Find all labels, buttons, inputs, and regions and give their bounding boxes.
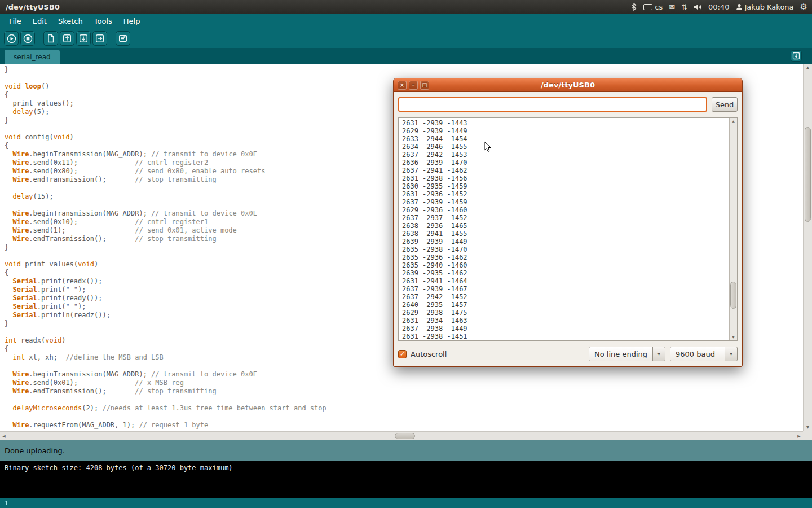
serial-line: 2634 -2946 -1455: [402, 143, 728, 151]
serial-window-body: Send 2631 -2939 -14432629 -2939 -1449263…: [394, 92, 742, 367]
serial-line: 2631 -2934 -1463: [402, 317, 728, 325]
serial-line: 2633 -2944 -1454: [402, 135, 728, 143]
code-line: Wire.endTransmission(); // stop transmit…: [5, 387, 803, 396]
maximize-icon[interactable]: □: [420, 81, 429, 90]
network-transfer-icon[interactable]: ⇅: [681, 3, 687, 11]
serial-line: 2635 -2938 -1470: [402, 246, 728, 253]
menubar: FileEditSketchToolsHelp: [0, 14, 812, 29]
menu-item-help[interactable]: Help: [118, 15, 146, 28]
console-text: Binary sketch size: 4208 bytes (of a 307…: [5, 464, 233, 472]
scroll-down-icon[interactable]: ▼: [804, 423, 812, 431]
serial-monitor-button[interactable]: [116, 31, 130, 46]
code-line: Wire.requestFrom(MAG_ADDR, 1); // reques…: [5, 421, 803, 430]
serial-line: 2637 -2939 -1467: [402, 285, 728, 293]
serial-send-input[interactable]: [398, 97, 707, 112]
power-gear-icon[interactable]: ⚙: [800, 3, 807, 11]
code-line: [5, 413, 803, 421]
mouse-cursor-icon: [484, 141, 492, 155]
line-ending-dropdown[interactable]: No line ending ▾: [589, 347, 665, 361]
code-line: }: [5, 65, 803, 74]
panel-window-title: /dev/ttyUSB0: [6, 3, 60, 11]
send-button[interactable]: Send: [712, 97, 738, 112]
scroll-up-icon[interactable]: ▲: [804, 64, 812, 72]
serial-scroll-thumb[interactable]: [730, 282, 736, 309]
horizontal-scroll-thumb[interactable]: [395, 433, 415, 439]
new-sketch-button[interactable]: [43, 31, 58, 46]
status-bar: Done uploading.: [0, 440, 812, 461]
chevron-down-icon[interactable]: ▾: [725, 347, 737, 361]
serial-line: 2629 -2938 -1475: [402, 309, 728, 317]
scrollbar-corner: [803, 431, 812, 440]
serial-line: 2631 -2939 -1443: [402, 119, 728, 127]
system-top-panel: /dev/ttyUSB0 cs ✉ ⇅ 00:40 Jakub Kakona ⚙: [0, 0, 812, 14]
editor-vertical-scrollbar[interactable]: ▲ ▼: [803, 64, 812, 431]
console-output: Binary sketch size: 4208 bytes (of a 307…: [0, 461, 812, 498]
serial-window-title: /dev/ttyUSB0: [541, 81, 595, 89]
serial-line: 2630 -2935 -1459: [402, 182, 728, 190]
mail-icon[interactable]: ✉: [669, 3, 675, 11]
scroll-up-icon[interactable]: ▲: [730, 118, 737, 125]
serial-line: 2637 -2941 -1462: [402, 167, 728, 174]
keyboard-layout-label: cs: [655, 3, 663, 11]
serial-line: 2631 -2938 -1456: [402, 174, 728, 182]
serial-controls-row: ✓ Autoscroll No line ending ▾ 9600 baud …: [398, 345, 738, 362]
code-line: delayMicroseconds(2); //needs at least 1…: [5, 404, 803, 413]
tab-serial-read[interactable]: serial_read: [5, 50, 60, 64]
serial-line: 2639 -2935 -1462: [402, 269, 728, 277]
autoscroll-checkbox[interactable]: ✓: [398, 350, 407, 358]
serial-line: 2631 -2941 -1464: [402, 277, 728, 285]
chevron-down-icon[interactable]: ▾: [652, 347, 665, 361]
serial-output-lines: 2631 -2939 -14432629 -2939 -14492633 -29…: [400, 119, 728, 339]
autoscroll-label[interactable]: Autoscroll: [411, 350, 447, 358]
tab-menu-button[interactable]: [791, 50, 802, 62]
serial-line: 2637 -2942 -1452: [402, 293, 728, 301]
window-buttons: × – □: [398, 81, 429, 90]
clock-indicator[interactable]: 00:40: [708, 3, 729, 11]
volume-icon[interactable]: [694, 3, 702, 11]
baud-rate-value: 9600 baud: [670, 347, 725, 361]
serial-line: 2639 -2939 -1449: [402, 238, 728, 246]
close-icon[interactable]: ×: [398, 81, 407, 90]
serial-line: 2637 -2937 -1452: [402, 214, 728, 222]
serial-line: 2640 -2935 -1457: [402, 301, 728, 309]
panel-indicators: cs ✉ ⇅ 00:40 Jakub Kakona ⚙: [630, 3, 807, 11]
username-label: Jakub Kakona: [745, 3, 794, 11]
save-sketch-button[interactable]: [76, 31, 91, 46]
footer-bar: 1: [0, 498, 812, 508]
vertical-scroll-thumb[interactable]: [805, 127, 811, 222]
serial-line: 2635 -2940 -1460: [402, 261, 728, 269]
serial-line: 2637 -2939 -1459: [402, 198, 728, 206]
verify-button[interactable]: [4, 31, 19, 46]
screen: /dev/ttyUSB0 cs ✉ ⇅ 00:40 Jakub Kakona ⚙…: [0, 0, 812, 508]
toolbar: [0, 29, 812, 48]
menu-item-file[interactable]: File: [3, 15, 27, 28]
serial-window-titlebar[interactable]: × – □ /dev/ttyUSB0: [394, 78, 742, 92]
user-indicator[interactable]: Jakub Kakona: [736, 3, 794, 11]
menu-item-edit[interactable]: Edit: [27, 15, 52, 28]
serial-line: 2629 -2936 -1460: [402, 206, 728, 214]
serial-line: 2629 -2939 -1449: [402, 127, 728, 135]
serial-line: 2631 -2938 -1451: [402, 332, 728, 339]
bluetooth-icon[interactable]: [630, 3, 637, 11]
menu-item-sketch[interactable]: Sketch: [52, 15, 89, 28]
serial-line: 2637 -2942 -1453: [402, 151, 728, 159]
keyboard-layout-indicator[interactable]: cs: [643, 3, 663, 11]
baud-rate-dropdown[interactable]: 9600 baud ▾: [670, 347, 738, 361]
serial-input-row: Send: [398, 97, 738, 112]
stop-button[interactable]: [20, 31, 35, 46]
scroll-down-icon[interactable]: ▼: [730, 334, 737, 340]
scroll-right-icon[interactable]: ▶: [795, 432, 803, 440]
open-sketch-button[interactable]: [60, 31, 74, 46]
code-line: Wire.send(0x01); // x MSB reg: [5, 379, 803, 387]
serial-line: 2637 -2938 -1449: [402, 325, 728, 332]
upload-button[interactable]: [92, 31, 107, 46]
editor-horizontal-scrollbar[interactable]: ◀ ▶: [0, 431, 803, 440]
code-line: [5, 396, 803, 404]
serial-line: 2635 -2936 -1462: [402, 253, 728, 261]
scroll-left-icon[interactable]: ◀: [0, 432, 8, 440]
minimize-icon[interactable]: –: [409, 81, 418, 90]
serial-scrollbar[interactable]: ▲ ▼: [729, 118, 737, 340]
serial-monitor-window: × – □ /dev/ttyUSB0 Send 2631 -2939 -1443…: [393, 78, 743, 367]
serial-line: 2631 -2936 -1452: [402, 190, 728, 198]
menu-item-tools[interactable]: Tools: [89, 15, 118, 28]
